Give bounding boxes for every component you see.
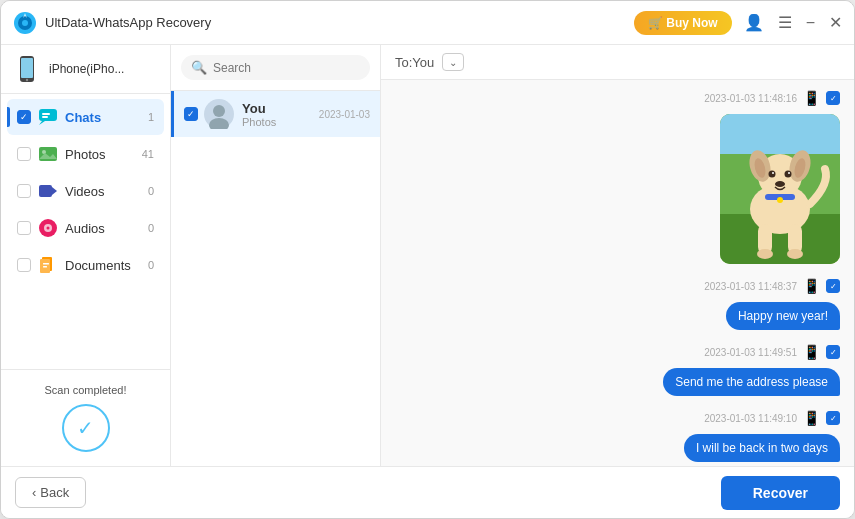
svg-marker-7	[39, 121, 45, 125]
back-arrow-icon: ‹	[32, 485, 36, 500]
title-bar: UltData-WhatsApp Recovery 🛒 Buy Now 👤 ☰ …	[1, 1, 854, 45]
svg-rect-8	[42, 113, 50, 115]
search-wrapper: 🔍	[181, 55, 370, 80]
chats-icon	[37, 106, 59, 128]
documents-checkbox[interactable]	[17, 258, 31, 272]
minimize-icon[interactable]: −	[806, 14, 815, 32]
sidebar-item-photos[interactable]: Photos 41	[7, 136, 164, 172]
msg-checkbox-3[interactable]	[826, 411, 840, 425]
message-bubble-2: Send me the address please	[663, 368, 840, 396]
msg-timestamp-0: 2023-01-03 11:48:16 📱	[704, 90, 840, 106]
documents-count: 0	[148, 259, 154, 271]
chat-info: You Photos	[242, 101, 319, 128]
back-button[interactable]: ‹ Back	[15, 477, 86, 508]
videos-icon	[37, 180, 59, 202]
device-indicator-icon-1: 📱	[803, 278, 820, 294]
device-header: iPhone(iPho...	[1, 45, 170, 94]
message-bubble-1: Happy new year!	[726, 302, 840, 330]
audios-checkbox[interactable]	[17, 221, 31, 235]
close-icon[interactable]: ✕	[829, 13, 842, 32]
msg-checkbox-1[interactable]	[826, 279, 840, 293]
chat-item-checkbox[interactable]	[184, 107, 198, 121]
message-image	[720, 114, 840, 264]
chat-date: 2023-01-03	[319, 109, 370, 120]
active-indicator	[7, 107, 10, 127]
svg-rect-9	[42, 116, 48, 118]
svg-point-2	[22, 20, 28, 26]
scan-complete-section: Scan completed! ✓	[1, 369, 170, 466]
message-panel: To:You ⌄ 2023-01-03 11:48:16 📱	[381, 45, 854, 466]
svg-point-37	[775, 181, 785, 187]
sidebar-item-chats[interactable]: Chats 1	[7, 99, 164, 135]
msg-checkbox-0[interactable]	[826, 91, 840, 105]
search-input[interactable]	[213, 61, 360, 75]
sidebar-item-documents[interactable]: Documents 0	[7, 247, 164, 283]
chat-avatar	[204, 99, 234, 129]
msg-checkbox-2[interactable]	[826, 345, 840, 359]
msg-timestamp-2: 2023-01-03 11:49:51 📱	[704, 344, 840, 360]
menu-icon[interactable]: ☰	[778, 13, 792, 32]
photos-count: 41	[142, 148, 154, 160]
window-controls: 👤 ☰ − ✕	[744, 13, 842, 32]
videos-checkbox[interactable]	[17, 184, 31, 198]
search-icon: 🔍	[191, 60, 207, 75]
audios-count: 0	[148, 222, 154, 234]
svg-rect-4	[21, 58, 33, 78]
sidebar-items: Chats 1 Photos 41	[1, 94, 170, 369]
photos-icon	[37, 143, 59, 165]
svg-point-22	[213, 105, 225, 117]
svg-point-36	[788, 172, 790, 174]
audios-label: Audios	[65, 221, 144, 236]
photos-label: Photos	[65, 147, 138, 162]
svg-point-42	[757, 249, 773, 259]
user-icon[interactable]: 👤	[744, 13, 764, 32]
chat-item-you[interactable]: You Photos 2023-01-03	[171, 91, 380, 137]
chats-checkbox[interactable]	[17, 110, 31, 124]
search-bar: 🔍	[171, 45, 380, 91]
message-header: To:You ⌄	[381, 45, 854, 80]
sidebar-item-audios[interactable]: Audios 0	[7, 210, 164, 246]
videos-label: Videos	[65, 184, 144, 199]
svg-point-33	[769, 171, 776, 178]
message-group-1: 2023-01-03 11:48:37 📱 Happy new year!	[395, 278, 840, 330]
message-body[interactable]: 2023-01-03 11:48:16 📱	[381, 80, 854, 466]
chats-count: 1	[148, 111, 154, 123]
buy-now-button[interactable]: 🛒 Buy Now	[634, 11, 732, 35]
chats-label: Chats	[65, 110, 144, 125]
device-icon	[13, 55, 41, 83]
message-group-3: 2023-01-03 11:49:10 📱 I will be back in …	[395, 410, 840, 462]
svg-rect-21	[43, 266, 47, 268]
svg-point-5	[26, 79, 28, 81]
audios-icon	[37, 217, 59, 239]
app-window: UltData-WhatsApp Recovery 🛒 Buy Now 👤 ☰ …	[0, 0, 855, 519]
sidebar-item-videos[interactable]: Videos 0	[7, 173, 164, 209]
app-logo	[13, 11, 37, 35]
sidebar: iPhone(iPho... Chats	[1, 45, 171, 466]
documents-label: Documents	[65, 258, 144, 273]
message-group-2: 2023-01-03 11:49:51 📱 Send me the addres…	[395, 344, 840, 396]
photos-checkbox[interactable]	[17, 147, 31, 161]
message-header-label: To:You	[395, 55, 434, 70]
device-indicator-icon: 📱	[803, 90, 820, 106]
svg-rect-20	[43, 263, 49, 265]
device-indicator-icon-2: 📱	[803, 344, 820, 360]
documents-icon	[37, 254, 59, 276]
message-bubble-3: I will be back in two days	[684, 434, 840, 462]
device-indicator-icon-3: 📱	[803, 410, 820, 426]
svg-rect-13	[39, 185, 52, 197]
msg-timestamp-3: 2023-01-03 11:49:10 📱	[704, 410, 840, 426]
device-name: iPhone(iPho...	[49, 62, 124, 76]
expand-button[interactable]: ⌄	[442, 53, 464, 71]
chat-sub: Photos	[242, 116, 319, 128]
chat-list-panel: 🔍 You Photos 2023-01-03	[171, 45, 381, 466]
message-group-image: 2023-01-03 11:48:16 📱	[395, 90, 840, 264]
recover-button[interactable]: Recover	[721, 476, 840, 510]
videos-count: 0	[148, 185, 154, 197]
back-label: Back	[40, 485, 69, 500]
svg-point-34	[785, 171, 792, 178]
svg-point-17	[47, 227, 50, 230]
scan-complete-label: Scan completed!	[45, 384, 127, 396]
msg-timestamp-1: 2023-01-03 11:48:37 📱	[704, 278, 840, 294]
svg-point-43	[787, 249, 803, 259]
scan-complete-circle: ✓	[62, 404, 110, 452]
